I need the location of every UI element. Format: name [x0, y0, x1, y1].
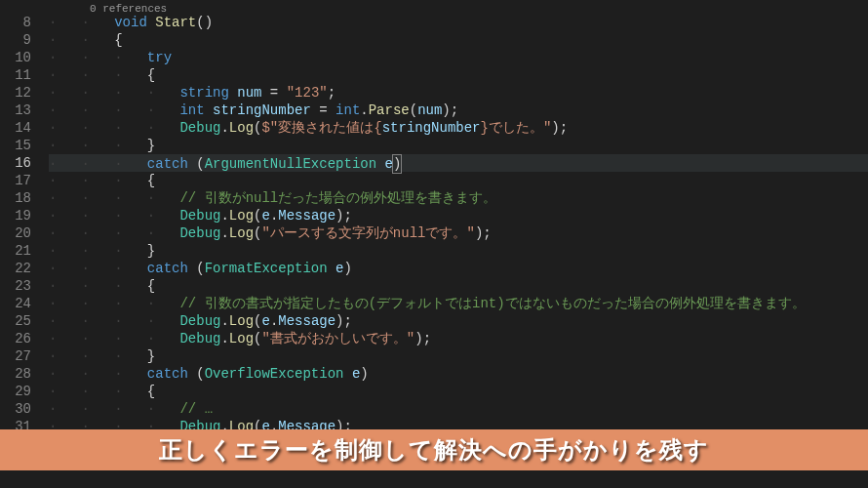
- token-punct: ): [344, 261, 352, 276]
- token-punct: (: [196, 156, 204, 172]
- token-punct: {: [147, 173, 155, 188]
- token-var: Message: [278, 208, 335, 224]
- token-punct: }: [147, 138, 155, 153]
- indent-guide: · · ·: [49, 173, 147, 188]
- token-punct: .: [220, 208, 228, 224]
- line-number: 11: [0, 66, 31, 84]
- code-line[interactable]: · · · {: [49, 383, 868, 400]
- token-var: e: [335, 261, 343, 276]
- indent-guide: · · · ·: [49, 401, 179, 417]
- token-punct: {: [147, 384, 155, 399]
- token-fn: Log: [229, 120, 254, 136]
- line-number: 24: [0, 295, 31, 312]
- token-fn: Log: [229, 313, 254, 329]
- line-number: 10: [0, 49, 31, 66]
- token-punct: );: [335, 313, 352, 329]
- token-kw: int: [179, 102, 204, 118]
- code-line[interactable]: · · · try: [49, 49, 868, 66]
- line-number: 28: [0, 365, 31, 383]
- indent-guide: · · ·: [49, 261, 147, 276]
- code-line[interactable]: · · · {: [49, 66, 868, 84]
- code-line[interactable]: · · · · // …: [49, 400, 868, 418]
- code-line[interactable]: · · · }: [49, 137, 868, 154]
- code-line[interactable]: · · · catch (OverflowException e): [49, 365, 868, 383]
- token-punct: (): [196, 15, 213, 30]
- indent-guide: · · ·: [49, 384, 147, 399]
- indent-guide: · · ·: [49, 278, 147, 294]
- code-line[interactable]: · · · · // 引数の書式が指定したもの(デフォルトではint)ではないも…: [49, 295, 868, 312]
- codelens-references[interactable]: 0 references: [49, 0, 868, 14]
- code-line[interactable]: · · · · int stringNumber = int.Parse(num…: [49, 102, 868, 119]
- indent-guide: · · · ·: [49, 225, 179, 241]
- token-punct: ): [360, 366, 368, 382]
- code-line[interactable]: · · · · Debug.Log(e.Message);: [49, 312, 868, 330]
- indent-guide: · · · ·: [49, 313, 179, 329]
- token-punct: );: [551, 120, 568, 136]
- token-var: num: [237, 85, 261, 101]
- token-fn: Start: [155, 15, 196, 30]
- code-area[interactable]: 0 references · · void Start()· · {· · · …: [49, 0, 868, 488]
- code-editor[interactable]: 8910111213141516171819202122232425262728…: [0, 0, 868, 488]
- line-number: 23: [0, 277, 31, 295]
- code-line[interactable]: · · {: [49, 31, 868, 49]
- indent-guide: · · ·: [49, 243, 147, 259]
- token-kw: try: [147, 50, 172, 65]
- code-line[interactable]: · · void Start(): [49, 14, 868, 31]
- code-line[interactable]: · · · · Debug.Log("パースする文字列がnullです。");: [49, 224, 868, 242]
- token-punct: }: [147, 348, 155, 364]
- code-line[interactable]: · · · catch (FormatException e): [49, 260, 868, 277]
- token-fn: Log: [229, 331, 254, 346]
- indent-guide: · · · ·: [49, 190, 179, 206]
- token-plain: [188, 156, 196, 172]
- indent-guide: · · ·: [49, 138, 147, 153]
- token-type: Debug: [179, 331, 220, 346]
- token-punct: );: [442, 102, 458, 118]
- token-type: OverflowException: [205, 366, 344, 382]
- code-line[interactable]: · · · }: [49, 347, 868, 365]
- token-plain: (: [188, 261, 205, 276]
- token-str: "123": [287, 85, 328, 101]
- line-number: 15: [0, 137, 31, 154]
- indent-guide: · · ·: [49, 366, 147, 382]
- token-str: "書式がおかしいです。": [261, 331, 414, 346]
- token-punct: .: [220, 120, 228, 136]
- token-punct: );: [475, 225, 492, 241]
- token-punct: );: [414, 331, 431, 346]
- code-line[interactable]: · · · {: [49, 172, 868, 189]
- token-type: FormatException: [205, 261, 328, 276]
- code-line[interactable]: · · · · // 引数がnullだった場合の例外処理を書きます。: [49, 189, 868, 207]
- indent-guide: · · · ·: [49, 208, 179, 224]
- token-type: Debug: [179, 225, 220, 241]
- token-var: stringNumber: [213, 102, 311, 118]
- token-kw: catch: [147, 156, 188, 172]
- code-line[interactable]: · · · · Debug.Log($"変換された値は{stringNumber…: [49, 119, 868, 137]
- token-kw: catch: [147, 261, 188, 276]
- caption-overlay: 正しくエラーを制御して解決への手がかりを残す: [0, 429, 868, 470]
- token-kw: void: [114, 15, 147, 30]
- code-line[interactable]: · · · }: [49, 242, 868, 260]
- code-line[interactable]: · · · · Debug.Log(e.Message);: [49, 207, 868, 224]
- line-number: 8: [0, 14, 31, 31]
- code-line[interactable]: · · · · Debug.Log("書式がおかしいです。");: [49, 330, 868, 347]
- token-plain: [328, 261, 335, 276]
- line-number: 27: [0, 347, 31, 365]
- code-line[interactable]: · · · · string num = "123";: [49, 84, 868, 102]
- indent-guide: · · · ·: [49, 331, 179, 346]
- code-lines[interactable]: · · void Start()· · {· · · try· · · {· ·…: [49, 14, 868, 435]
- token-plain: [147, 15, 155, 30]
- indent-guide: · · · ·: [49, 296, 179, 311]
- token-plain: =: [261, 85, 286, 101]
- line-number: 16: [0, 154, 31, 172]
- code-line[interactable]: · · · catch (ArgumentNullException e): [49, 154, 868, 172]
- caption-text: 正しくエラーを制御して解決への手がかりを残す: [159, 441, 709, 459]
- line-number: 14: [0, 119, 31, 137]
- indent-guide: · · · ·: [49, 120, 179, 136]
- line-number: 13: [0, 102, 31, 119]
- code-line[interactable]: · · · {: [49, 277, 868, 295]
- token-str: "パースする文字列がnullです。": [261, 225, 474, 241]
- line-number-gutter: 8910111213141516171819202122232425262728…: [0, 0, 49, 488]
- token-fn: Log: [229, 225, 254, 241]
- token-var: stringNumber: [382, 120, 481, 136]
- token-var: Message: [278, 313, 335, 329]
- line-number: 19: [0, 207, 31, 224]
